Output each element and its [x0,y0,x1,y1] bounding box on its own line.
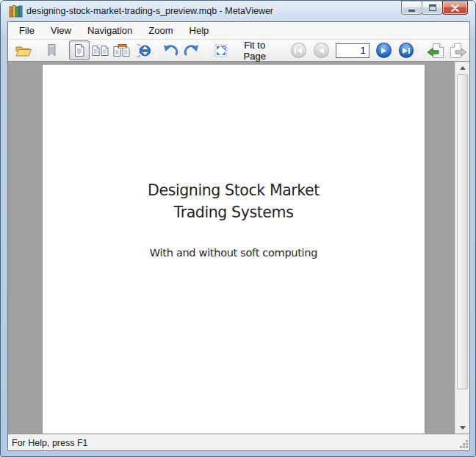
document-viewport[interactable]: Designing Stock Market Trading Systems W… [8,62,469,434]
toolbar-separator [206,42,206,59]
bookmarks-button[interactable] [41,40,62,60]
page-number-input[interactable] [336,43,369,58]
book-view-icon [113,44,130,57]
maximize-button[interactable] [422,1,443,15]
toolbar: Fit to Page [8,39,469,62]
go-back-icon [427,43,444,58]
menu-help[interactable]: Help [183,22,216,39]
last-page-icon [403,48,408,54]
single-page-icon [74,44,84,57]
next-page-button[interactable] [376,43,392,58]
menu-file[interactable]: File [12,22,41,39]
open-file-button[interactable] [13,40,35,60]
fit-to-page-button[interactable]: Fit to Page [209,40,282,60]
menu-navigation[interactable]: Navigation [81,22,139,39]
document-title-line2: Trading Systems [43,201,425,223]
metaviewer-window: designing-stock-market-trading-s_preview… [0,0,476,457]
fit-to-page-label: Fit to Page [231,40,277,62]
menu-view[interactable]: View [44,22,78,39]
rotate-left-icon [162,44,178,57]
continuous-view-button[interactable] [132,40,154,60]
first-page-icon [295,48,296,54]
scroll-up-icon [460,66,466,70]
fit-to-page-icon [214,43,228,58]
previous-page-button[interactable] [314,43,329,58]
document-title-line1: Designing Stock Market [43,179,425,201]
statusbar: For Help, press F1 [8,434,469,450]
menubar: File View Navigation Zoom Help [8,22,469,39]
rotate-left-button[interactable] [160,40,181,60]
toolbar-separator [420,42,421,59]
window-controls [402,1,468,15]
rotate-right-icon [184,44,200,57]
first-page-button[interactable] [291,43,306,58]
scrollbar-thumb[interactable] [457,74,468,389]
menu-zoom[interactable]: Zoom [142,22,179,39]
close-icon [451,4,459,12]
open-file-icon [15,44,32,57]
toolbar-separator [156,42,157,59]
toolbar-separator [37,42,38,59]
client-area: File View Navigation Zoom Help [7,21,470,451]
close-button[interactable] [442,1,468,15]
resize-grip[interactable] [466,446,468,448]
single-page-view-button[interactable] [69,40,90,60]
document-title: Designing Stock Market Trading Systems [43,179,425,223]
minimize-button[interactable] [401,1,422,15]
go-forward-button[interactable] [447,40,469,60]
maximize-icon [429,4,436,11]
go-back-button[interactable] [424,40,447,60]
toolbar-separator [65,42,66,59]
scroll-down-icon [460,426,466,430]
vertical-scrollbar[interactable] [455,62,469,433]
document-subtitle: With and without soft computing [43,247,425,259]
last-page-button[interactable] [399,43,414,58]
status-text: For Help, press F1 [12,438,88,448]
document-page: Designing Stock Market Trading Systems W… [43,65,425,434]
rotate-right-button[interactable] [181,40,203,60]
previous-page-icon [319,48,324,54]
go-forward-icon [450,43,467,58]
titlebar[interactable]: designing-stock-market-trading-s_preview… [1,1,475,21]
facing-pages-view-button[interactable] [90,40,111,60]
scroll-up-button[interactable] [455,62,469,73]
minimize-icon [408,10,415,12]
continuous-view-icon [135,43,151,58]
bookmarks-icon [47,44,57,57]
next-page-icon [381,48,386,54]
app-icon [9,4,23,18]
window-title: designing-stock-market-trading-s_preview… [26,6,273,16]
facing-pages-icon [92,45,109,57]
scroll-down-button[interactable] [455,422,469,433]
book-view-button[interactable] [111,40,132,60]
